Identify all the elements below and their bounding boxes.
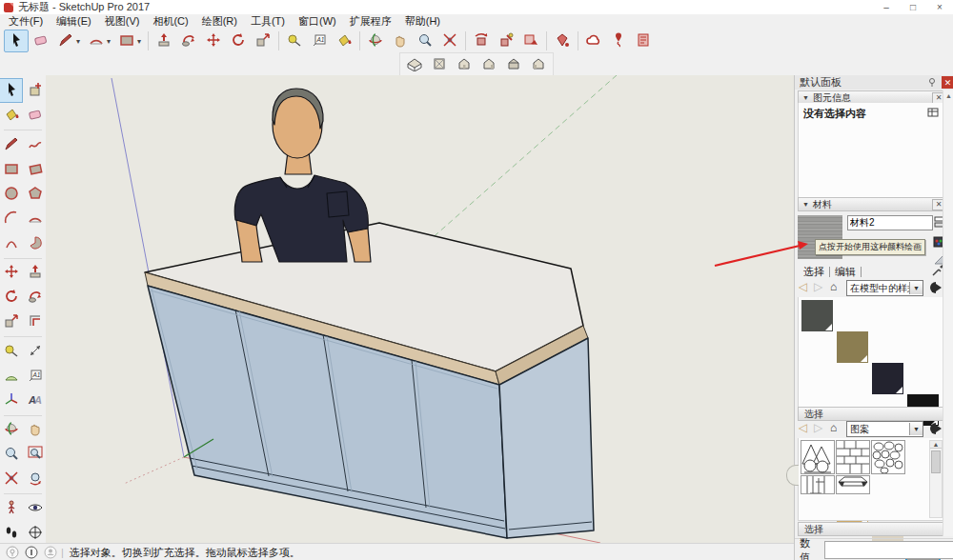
line-tool-button[interactable]: [53, 30, 78, 52]
line-dropdown-caret[interactable]: ▾: [76, 37, 84, 46]
details-arrow-icon[interactable]: [928, 280, 943, 294]
palette-3pt-arc-button[interactable]: [0, 231, 23, 256]
palette-pie-button[interactable]: [23, 231, 47, 256]
palette-axes-button[interactable]: [0, 389, 23, 413]
palette-pan-button[interactable]: [23, 417, 47, 442]
menu-help[interactable]: 帮助(H): [398, 14, 447, 29]
paint-bucket-tool-button[interactable]: [332, 30, 356, 52]
palette-rotate-button[interactable]: [0, 285, 23, 310]
rotate-tool-button[interactable]: [226, 30, 251, 52]
measurement-input[interactable]: [824, 541, 953, 559]
tray-close-button[interactable]: ✕: [942, 76, 953, 89]
palette-zoom-button[interactable]: [0, 442, 23, 467]
top-view-button[interactable]: [427, 53, 452, 76]
pattern-awning[interactable]: [836, 475, 870, 494]
details-arrow-icon[interactable]: [928, 421, 943, 435]
front-view-button[interactable]: [452, 53, 476, 76]
palette-offset-button[interactable]: [23, 310, 47, 334]
palette-zoom-window-button[interactable]: [23, 442, 47, 467]
minimize-button[interactable]: –: [873, 1, 900, 14]
tab-select[interactable]: 选择: [799, 265, 829, 279]
palette-zoom-extents-button[interactable]: [0, 467, 23, 491]
right-view-button[interactable]: [476, 53, 501, 76]
pattern-scrollbar[interactable]: ▲: [929, 440, 943, 518]
palette-protractor-button[interactable]: [0, 364, 23, 389]
claim-credit-icon[interactable]: [25, 546, 38, 559]
pan-tool-button[interactable]: [388, 30, 413, 52]
iso-view-button[interactable]: [402, 53, 427, 76]
tape-measure-tool-button[interactable]: [282, 30, 307, 52]
palette-push-pull-button[interactable]: [23, 260, 47, 285]
menu-draw[interactable]: 绘图(R): [195, 14, 244, 29]
scale-tool-button[interactable]: [251, 30, 275, 52]
pattern-brick[interactable]: [836, 440, 870, 474]
collection-dropdown[interactable]: 在模型中的样式 ▼: [846, 280, 923, 296]
orbit-tool-button[interactable]: [363, 30, 388, 52]
geolocation-icon[interactable]: [6, 546, 19, 559]
palette-scale-button[interactable]: [0, 310, 23, 334]
left-view-button[interactable]: [526, 53, 551, 76]
menu-file[interactable]: 文件(F): [2, 14, 50, 29]
extension-warehouse-button[interactable]: [550, 30, 575, 52]
forward-arrow-icon[interactable]: ▷: [814, 422, 822, 433]
palette-look-around-button[interactable]: [23, 496, 47, 521]
tray-title-bar[interactable]: 默认面板 ✕: [795, 75, 953, 90]
material-name-input[interactable]: [847, 215, 933, 230]
scroll-up-icon[interactable]: ▲: [943, 90, 953, 99]
palette-orbit-button[interactable]: [0, 417, 23, 442]
palette-2pt-arc-button[interactable]: [23, 207, 47, 231]
back-arrow-icon[interactable]: ◁: [799, 281, 807, 292]
palette-previous-button[interactable]: [23, 467, 47, 491]
pattern-trees[interactable]: [801, 440, 835, 474]
arc-dropdown-caret[interactable]: ▾: [107, 37, 114, 46]
dropdown-arrow-icon[interactable]: ▼: [909, 282, 923, 294]
palette-arc-button[interactable]: [0, 207, 23, 231]
palette-rotated-rectangle-button[interactable]: [23, 157, 47, 182]
palette-3d-text-button[interactable]: AA: [23, 389, 47, 413]
scroll-up-icon[interactable]: ▲: [930, 441, 942, 449]
push-pull-tool-button[interactable]: [152, 30, 176, 52]
menu-camera[interactable]: 相机(C): [146, 14, 194, 29]
palette-dimension-button[interactable]: [23, 339, 47, 364]
menu-extensions[interactable]: 扩展程序: [343, 14, 398, 29]
model-viewport[interactable]: [46, 75, 794, 543]
pin-icon[interactable]: [927, 77, 938, 88]
zoom-extents-button[interactable]: [437, 30, 462, 52]
palette-eraser-button[interactable]: [23, 103, 47, 128]
menu-view[interactable]: 视图(V): [98, 14, 147, 29]
palette-rectangle-button[interactable]: [0, 157, 23, 182]
add-location-button[interactable]: [606, 30, 631, 52]
move-tool-button[interactable]: [201, 30, 226, 52]
3d-warehouse-button[interactable]: [581, 30, 606, 52]
component-attributes-button[interactable]: [494, 30, 518, 52]
entity-details-icon[interactable]: [927, 106, 939, 117]
pattern-pipes[interactable]: [801, 475, 835, 494]
palette-make-component-button[interactable]: [23, 78, 47, 103]
share-model-button[interactable]: [518, 30, 543, 52]
palette-freehand-button[interactable]: [23, 132, 47, 157]
menu-edit[interactable]: 编辑(E): [50, 14, 98, 29]
palette-text-button[interactable]: A1: [23, 364, 47, 389]
home-icon[interactable]: ⌂: [830, 421, 837, 434]
home-icon[interactable]: ⌂: [830, 280, 837, 293]
menu-window[interactable]: 窗口(W): [292, 14, 343, 29]
scrollbar-thumb[interactable]: [931, 450, 941, 473]
follow-me-tool-button[interactable]: [176, 30, 201, 52]
secondary-pane-header[interactable]: 选择: [798, 407, 945, 421]
forward-arrow-icon[interactable]: ▷: [814, 281, 822, 292]
tray-collapse-handle[interactable]: [786, 465, 799, 486]
pattern-collection-dropdown[interactable]: 图案 ▼: [846, 421, 923, 437]
palette-position-camera-button[interactable]: [0, 496, 23, 521]
credits-button[interactable]: [631, 30, 656, 52]
palette-follow-me-button[interactable]: [23, 285, 47, 310]
swatch-dark-grey[interactable]: [801, 300, 833, 331]
rectangle-dropdown-caret[interactable]: ▾: [137, 37, 145, 46]
zoom-tool-button[interactable]: [413, 30, 437, 52]
bottom-pane-header[interactable]: 选择: [798, 522, 945, 536]
back-view-button[interactable]: [501, 53, 526, 76]
sign-in-icon[interactable]: [44, 546, 57, 559]
dropdown-arrow-icon[interactable]: ▼: [909, 423, 923, 435]
swatch-olive[interactable]: [837, 331, 868, 363]
select-tool-button[interactable]: [4, 30, 29, 52]
tab-edit[interactable]: 编辑: [830, 265, 861, 279]
